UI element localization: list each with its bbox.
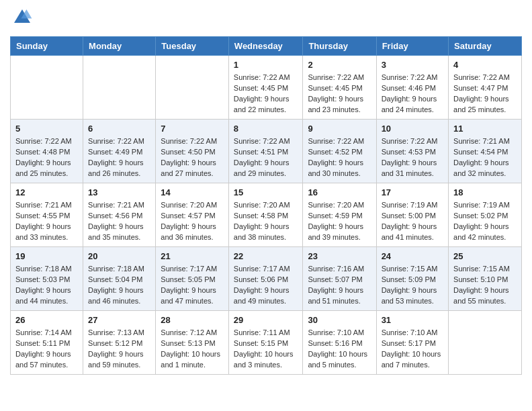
day-info: Sunrise: 7:15 AMSunset: 5:09 PMDaylight:… [382,264,443,307]
day-number: 12 [15,187,78,199]
day-number: 18 [453,187,517,199]
day-info: Sunrise: 7:22 AMSunset: 4:49 PMDaylight:… [88,136,150,179]
calendar-cell: 16Sunrise: 7:20 AMSunset: 4:59 PMDayligh… [303,183,376,246]
day-info: Sunrise: 7:17 AMSunset: 5:06 PMDaylight:… [234,264,298,307]
calendar-cell: 2Sunrise: 7:22 AMSunset: 4:45 PMDaylight… [303,56,376,120]
calendar-week-row: 12Sunrise: 7:21 AMSunset: 4:55 PMDayligh… [11,183,522,246]
weekday-header-saturday: Saturday [449,37,522,56]
day-number: 25 [453,250,517,263]
calendar-cell: 18Sunrise: 7:19 AMSunset: 5:02 PMDayligh… [449,183,522,246]
day-number: 9 [308,123,371,135]
calendar-cell [449,310,522,374]
calendar-cell: 27Sunrise: 7:13 AMSunset: 5:12 PMDayligh… [83,310,156,374]
calendar-cell: 20Sunrise: 7:18 AMSunset: 5:04 PMDayligh… [83,246,156,310]
day-number: 8 [234,123,298,135]
day-number: 14 [161,187,224,199]
weekday-header-tuesday: Tuesday [156,37,229,56]
calendar-cell: 4Sunrise: 7:22 AMSunset: 4:47 PMDaylight… [449,56,522,120]
day-info: Sunrise: 7:22 AMSunset: 4:50 PMDaylight:… [161,136,224,179]
calendar-cell: 13Sunrise: 7:21 AMSunset: 4:56 PMDayligh… [83,183,156,246]
day-info: Sunrise: 7:16 AMSunset: 5:07 PMDaylight:… [308,264,371,307]
day-info: Sunrise: 7:10 AMSunset: 5:16 PMDaylight:… [308,328,371,371]
calendar-cell: 15Sunrise: 7:20 AMSunset: 4:58 PMDayligh… [228,183,303,246]
day-info: Sunrise: 7:22 AMSunset: 4:45 PMDaylight:… [234,73,298,116]
day-number: 10 [382,123,443,135]
day-info: Sunrise: 7:21 AMSunset: 4:55 PMDaylight:… [15,200,78,243]
calendar-week-row: 5Sunrise: 7:22 AMSunset: 4:48 PMDaylight… [11,119,522,183]
day-number: 3 [382,59,443,71]
day-info: Sunrise: 7:22 AMSunset: 4:51 PMDaylight:… [234,136,298,179]
weekday-header-wednesday: Wednesday [228,37,303,56]
calendar-cell: 10Sunrise: 7:22 AMSunset: 4:53 PMDayligh… [376,119,448,183]
day-number: 5 [15,123,78,135]
calendar-cell: 30Sunrise: 7:10 AMSunset: 5:16 PMDayligh… [303,310,376,374]
weekday-header-friday: Friday [376,37,448,56]
calendar-cell: 24Sunrise: 7:15 AMSunset: 5:09 PMDayligh… [376,246,448,310]
day-info: Sunrise: 7:15 AMSunset: 5:10 PMDaylight:… [453,264,517,307]
calendar-cell: 29Sunrise: 7:11 AMSunset: 5:15 PMDayligh… [228,310,303,374]
day-number: 16 [308,187,371,199]
day-info: Sunrise: 7:18 AMSunset: 5:04 PMDaylight:… [88,264,150,307]
calendar-cell: 11Sunrise: 7:21 AMSunset: 4:54 PMDayligh… [449,119,522,183]
weekday-header-row: SundayMondayTuesdayWednesdayThursdayFrid… [11,37,522,56]
day-info: Sunrise: 7:19 AMSunset: 5:02 PMDaylight:… [453,200,517,243]
day-info: Sunrise: 7:21 AMSunset: 4:54 PMDaylight:… [453,136,517,179]
day-info: Sunrise: 7:13 AMSunset: 5:12 PMDaylight:… [88,328,150,371]
logo [10,7,33,31]
calendar-cell [11,56,83,120]
day-number: 17 [382,187,443,199]
day-info: Sunrise: 7:20 AMSunset: 4:58 PMDaylight:… [234,200,298,243]
calendar-week-row: 19Sunrise: 7:18 AMSunset: 5:03 PMDayligh… [11,246,522,310]
day-info: Sunrise: 7:10 AMSunset: 5:17 PMDaylight:… [382,328,443,371]
day-info: Sunrise: 7:22 AMSunset: 4:46 PMDaylight:… [382,73,443,116]
calendar-cell: 14Sunrise: 7:20 AMSunset: 4:57 PMDayligh… [156,183,229,246]
day-number: 31 [382,314,443,326]
calendar-cell: 19Sunrise: 7:18 AMSunset: 5:03 PMDayligh… [11,246,83,310]
calendar-cell: 1Sunrise: 7:22 AMSunset: 4:45 PMDaylight… [228,56,303,120]
day-number: 30 [308,314,371,326]
day-number: 23 [308,250,371,263]
day-number: 7 [161,123,224,135]
calendar-week-row: 26Sunrise: 7:14 AMSunset: 5:11 PMDayligh… [11,310,522,374]
page: SundayMondayTuesdayWednesdayThursdayFrid… [0,0,532,411]
calendar-table: SundayMondayTuesdayWednesdayThursdayFrid… [10,36,522,375]
weekday-header-sunday: Sunday [11,37,83,56]
calendar-cell: 6Sunrise: 7:22 AMSunset: 4:49 PMDaylight… [83,119,156,183]
calendar-cell: 12Sunrise: 7:21 AMSunset: 4:55 PMDayligh… [11,183,83,246]
day-number: 22 [234,250,298,263]
day-info: Sunrise: 7:11 AMSunset: 5:15 PMDaylight:… [234,328,298,371]
calendar-cell: 17Sunrise: 7:19 AMSunset: 5:00 PMDayligh… [376,183,448,246]
day-info: Sunrise: 7:22 AMSunset: 4:52 PMDaylight:… [308,136,371,179]
day-info: Sunrise: 7:14 AMSunset: 5:11 PMDaylight:… [15,328,78,371]
calendar-cell: 9Sunrise: 7:22 AMSunset: 4:52 PMDaylight… [303,119,376,183]
day-number: 1 [234,59,298,71]
calendar-cell [83,56,156,120]
day-info: Sunrise: 7:20 AMSunset: 4:59 PMDaylight:… [308,200,371,243]
calendar-cell: 23Sunrise: 7:16 AMSunset: 5:07 PMDayligh… [303,246,376,310]
weekday-header-monday: Monday [83,37,156,56]
day-number: 26 [15,314,78,326]
calendar-cell: 22Sunrise: 7:17 AMSunset: 5:06 PMDayligh… [228,246,303,310]
day-info: Sunrise: 7:12 AMSunset: 5:13 PMDaylight:… [161,328,224,371]
logo-icon [11,7,33,28]
calendar-cell: 28Sunrise: 7:12 AMSunset: 5:13 PMDayligh… [156,310,229,374]
day-info: Sunrise: 7:19 AMSunset: 5:00 PMDaylight:… [382,200,443,243]
day-info: Sunrise: 7:17 AMSunset: 5:05 PMDaylight:… [161,264,224,307]
calendar-cell: 26Sunrise: 7:14 AMSunset: 5:11 PMDayligh… [11,310,83,374]
day-number: 4 [453,59,517,71]
day-info: Sunrise: 7:22 AMSunset: 4:53 PMDaylight:… [382,136,443,179]
day-info: Sunrise: 7:22 AMSunset: 4:45 PMDaylight:… [308,73,371,116]
day-number: 2 [308,59,371,71]
calendar-week-row: 1Sunrise: 7:22 AMSunset: 4:45 PMDaylight… [11,56,522,120]
day-number: 29 [234,314,298,326]
header [10,7,522,31]
day-info: Sunrise: 7:18 AMSunset: 5:03 PMDaylight:… [15,264,78,307]
calendar-cell: 7Sunrise: 7:22 AMSunset: 4:50 PMDaylight… [156,119,229,183]
day-number: 11 [453,123,517,135]
calendar-cell: 5Sunrise: 7:22 AMSunset: 4:48 PMDaylight… [11,119,83,183]
day-number: 20 [88,250,150,263]
weekday-header-thursday: Thursday [303,37,376,56]
day-info: Sunrise: 7:20 AMSunset: 4:57 PMDaylight:… [161,200,224,243]
day-number: 6 [88,123,150,135]
day-number: 27 [88,314,150,326]
